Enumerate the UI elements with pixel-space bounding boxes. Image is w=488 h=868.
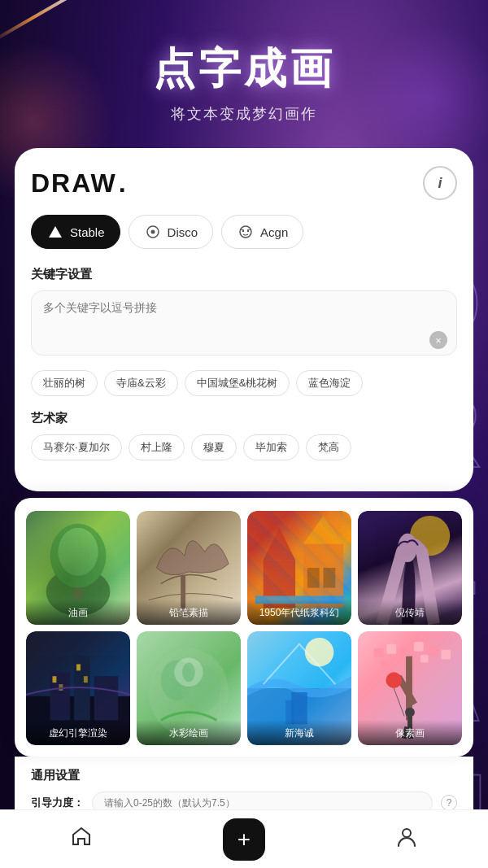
style-label-5: 虚幻引擎渲染 — [26, 720, 130, 745]
style-item-1[interactable]: 油画 — [26, 511, 130, 625]
svg-point-3 — [240, 226, 251, 238]
style-label-3: 1950年代纸浆科幻 — [247, 600, 351, 625]
home-icon — [70, 825, 93, 853]
svg-marker-13 — [264, 528, 295, 560]
stable-icon — [46, 223, 64, 241]
keyword-tag-row: 壮丽的树 寺庙&云彩 中国城堡&桃花树 蓝色海淀 — [31, 370, 457, 396]
keyword-tag-3[interactable]: 中国城堡&桃花树 — [185, 370, 290, 396]
keyword-input[interactable] — [31, 290, 457, 355]
add-button[interactable]: + — [223, 818, 265, 861]
keyword-input-wrap: × — [31, 290, 457, 359]
style-label-6: 水彩绘画 — [137, 720, 241, 745]
style-item-4[interactable]: 倪传靖 — [358, 511, 462, 625]
svg-rect-7 — [72, 560, 84, 600]
add-icon: + — [237, 828, 251, 851]
style-label-4: 倪传靖 — [358, 600, 462, 625]
svg-point-5 — [247, 230, 249, 232]
svg-rect-12 — [303, 543, 343, 608]
svg-point-2 — [150, 230, 155, 234]
main-card: DRAW . i Stable Disco — [15, 148, 473, 491]
artist-tag-4[interactable]: 毕加索 — [243, 434, 299, 460]
svg-marker-0 — [49, 226, 62, 238]
page-title: 点字成画 — [0, 41, 488, 98]
svg-rect-23 — [94, 676, 119, 720]
style-item-7[interactable]: 新海诚 — [247, 631, 351, 745]
svg-point-9 — [58, 528, 98, 576]
style-label-1: 油画 — [26, 600, 130, 625]
artist-tag-2[interactable]: 村上隆 — [129, 434, 185, 460]
guidance-label: 引导力度： — [31, 796, 84, 810]
info-button[interactable]: i — [423, 166, 457, 200]
svg-point-32 — [182, 662, 195, 682]
svg-rect-46 — [420, 655, 429, 663]
svg-rect-16 — [307, 568, 320, 588]
svg-marker-14 — [303, 516, 343, 543]
nav-profile[interactable] — [382, 815, 431, 864]
keyword-tag-4[interactable]: 蓝色海淀 — [296, 370, 363, 396]
keyword-clear-button[interactable]: × — [429, 331, 447, 349]
svg-rect-24 — [52, 676, 56, 683]
acgn-icon — [237, 223, 255, 241]
svg-rect-27 — [84, 676, 88, 683]
svg-point-53 — [403, 829, 411, 837]
tab-acgn[interactable]: Acgn — [221, 215, 303, 249]
style-item-5[interactable]: 虚幻引擎渲染 — [26, 631, 130, 745]
svg-rect-40 — [386, 644, 396, 654]
svg-rect-43 — [429, 647, 438, 656]
style-item-8[interactable]: 像素画 — [358, 631, 462, 745]
svg-point-19 — [398, 534, 417, 562]
svg-rect-42 — [414, 642, 424, 652]
artist-tag-3[interactable]: 穆夏 — [191, 434, 237, 460]
style-label-8: 像素画 — [358, 720, 462, 745]
artist-section-label: 艺术家 — [31, 411, 457, 426]
tab-stable[interactable]: Stable — [31, 215, 120, 249]
svg-line-52 — [394, 688, 404, 716]
style-label-7: 新海诚 — [247, 720, 351, 745]
keyword-section-label: 关键字设置 — [31, 267, 457, 282]
tab-disco[interactable]: Disco — [129, 215, 214, 249]
svg-rect-44 — [441, 650, 451, 660]
nav-home[interactable] — [57, 815, 106, 864]
svg-rect-41 — [399, 647, 409, 656]
nav-add[interactable]: + — [220, 815, 268, 864]
page-subtitle: 将文本变成梦幻画作 — [0, 104, 488, 124]
svg-rect-26 — [76, 664, 81, 670]
guidance-help-button[interactable]: ? — [441, 795, 457, 811]
svg-point-8 — [50, 524, 107, 588]
artist-tag-1[interactable]: 马赛尔·夏加尔 — [31, 434, 122, 460]
bottom-nav: + — [0, 809, 488, 868]
keyword-tag-1[interactable]: 壮丽的树 — [31, 370, 98, 396]
svg-point-51 — [386, 672, 402, 688]
svg-rect-39 — [374, 648, 384, 658]
artist-tag-row: 马赛尔·夏加尔 村上隆 穆夏 毕加索 梵高 — [31, 434, 457, 460]
style-item-3[interactable]: 1950年代纸浆科幻 — [247, 511, 351, 625]
style-label-2: 铅笔素描 — [137, 600, 241, 625]
style-item-6[interactable]: 水彩绘画 — [137, 631, 241, 745]
settings-label: 通用设置 — [31, 768, 457, 783]
card-title: DRAW . — [31, 168, 126, 198]
header: 点字成画 将文本变成梦幻画作 — [0, 0, 488, 140]
style-grid-panel: 油画 铅笔素描 1950年代纸浆科幻 — [15, 498, 473, 757]
svg-point-50 — [405, 708, 415, 718]
disco-icon — [144, 223, 162, 241]
artist-tag-5[interactable]: 梵高 — [306, 434, 351, 460]
keyword-tag-2[interactable]: 寺庙&云彩 — [104, 370, 178, 396]
profile-icon — [395, 825, 418, 853]
style-item-2[interactable]: 铅笔素描 — [137, 511, 241, 625]
card-header: DRAW . i — [31, 166, 457, 200]
svg-point-34 — [305, 638, 333, 666]
svg-rect-17 — [324, 568, 336, 588]
svg-rect-45 — [381, 661, 389, 669]
mode-tabs: Stable Disco Acg — [31, 215, 457, 249]
